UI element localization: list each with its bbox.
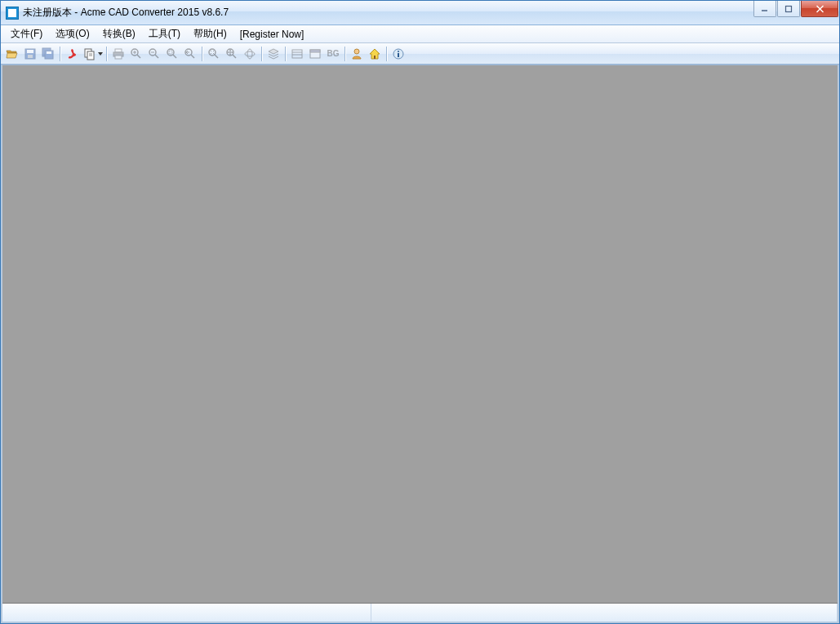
pan-button[interactable] <box>223 45 241 63</box>
layers-icon <box>267 47 280 60</box>
svg-rect-5 <box>27 50 33 53</box>
menu-help[interactable]: 帮助(H) <box>187 25 233 42</box>
svg-line-29 <box>215 55 218 58</box>
workspace[interactable] <box>2 65 838 604</box>
user-button[interactable] <box>348 45 366 63</box>
svg-rect-34 <box>292 50 302 58</box>
copy-button[interactable] <box>81 45 99 63</box>
status-panel-left <box>2 604 371 622</box>
zoom-in-icon <box>130 47 143 60</box>
svg-point-32 <box>245 51 255 56</box>
info-icon <box>392 47 405 60</box>
layout-button[interactable] <box>288 45 306 63</box>
save-icon <box>24 47 37 60</box>
view3d-button[interactable] <box>241 45 259 63</box>
svg-rect-16 <box>115 56 122 59</box>
copy-icon <box>83 47 96 60</box>
zoom-window-button[interactable] <box>163 45 181 63</box>
svg-rect-9 <box>47 51 51 54</box>
menu-file[interactable]: 文件(F) <box>4 25 49 42</box>
save-button[interactable] <box>21 45 39 63</box>
svg-point-24 <box>167 49 174 56</box>
svg-rect-40 <box>374 56 376 59</box>
svg-point-33 <box>247 49 252 59</box>
home-button[interactable] <box>366 45 384 63</box>
svg-rect-26 <box>169 51 172 54</box>
background-button[interactable]: BG <box>324 45 342 63</box>
window-title: 未注册版本 - Acme CAD Converter 2015 v8.6.7 <box>23 6 753 20</box>
copy-dropdown[interactable] <box>97 52 104 56</box>
print-icon <box>112 47 125 60</box>
status-panel-right <box>371 604 838 622</box>
statusbar <box>2 604 838 622</box>
toolbar: BG <box>1 43 839 65</box>
svg-line-25 <box>173 55 176 58</box>
menu-tools[interactable]: 工具(T) <box>142 25 187 42</box>
user-icon <box>350 47 363 60</box>
titlebar[interactable]: 未注册版本 - Acme CAD Converter 2015 v8.6.7 <box>1 1 839 25</box>
window-icon <box>309 47 322 60</box>
home-icon <box>368 47 381 60</box>
zoom-prev-icon <box>184 47 197 60</box>
svg-line-31 <box>233 55 236 58</box>
svg-point-42 <box>398 51 399 52</box>
saveall-button[interactable] <box>39 45 57 63</box>
zoom-prev-button[interactable] <box>181 45 199 63</box>
svg-rect-6 <box>28 55 33 58</box>
maximize-button[interactable] <box>777 1 800 17</box>
menu-options[interactable]: 选项(O) <box>49 25 96 42</box>
open-button[interactable] <box>3 45 21 63</box>
close-button[interactable] <box>801 1 838 17</box>
svg-rect-14 <box>115 49 122 52</box>
menu-register[interactable]: [Register Now] <box>233 27 311 42</box>
saveall-icon <box>42 47 55 60</box>
svg-rect-38 <box>310 50 320 52</box>
zoom-window-icon <box>166 47 179 60</box>
pdf-button[interactable] <box>63 45 81 63</box>
client-area <box>1 65 839 623</box>
layout-icon <box>291 47 304 60</box>
menubar: 文件(F) 选项(O) 转换(B) 工具(T) 帮助(H) [Register … <box>1 25 839 43</box>
app-icon <box>6 7 19 20</box>
open-icon <box>6 47 19 60</box>
zoom-extent-icon <box>207 47 220 60</box>
layers-button[interactable] <box>264 45 282 63</box>
print-button[interactable] <box>109 45 127 63</box>
zoom-in-button[interactable] <box>127 45 145 63</box>
window-controls <box>753 1 839 17</box>
svg-line-18 <box>137 55 140 58</box>
svg-line-22 <box>155 55 158 58</box>
pdf-icon <box>65 47 78 60</box>
application-window: 未注册版本 - Acme CAD Converter 2015 v8.6.7 文… <box>0 0 840 624</box>
background-icon: BG <box>327 49 340 58</box>
pan-icon <box>225 47 238 60</box>
svg-rect-43 <box>398 53 399 57</box>
zoom-extent-button[interactable] <box>205 45 223 63</box>
minimize-button[interactable] <box>753 1 776 17</box>
info-button[interactable] <box>389 45 407 63</box>
zoom-out-button[interactable] <box>145 45 163 63</box>
window-button[interactable] <box>306 45 324 63</box>
view3d-icon <box>243 47 256 60</box>
menu-convert[interactable]: 转换(B) <box>96 25 142 42</box>
svg-rect-1 <box>786 6 792 11</box>
zoom-out-icon <box>148 47 161 60</box>
svg-point-39 <box>354 49 359 54</box>
